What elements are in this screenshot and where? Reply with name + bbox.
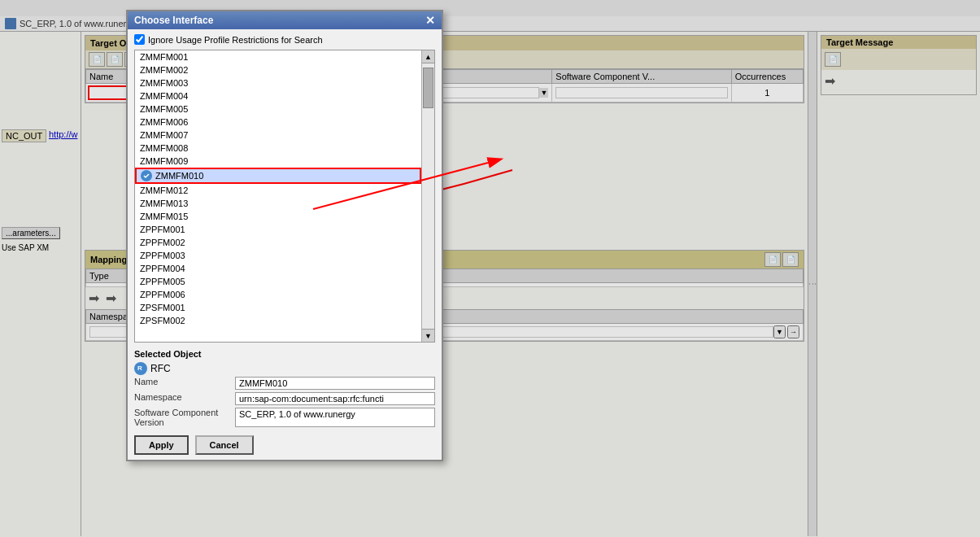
item-label: ZMMFM002 (140, 65, 188, 75)
item-label: ZPPFM001 (140, 225, 185, 234)
list-item[interactable]: ZPPFM002 (135, 236, 421, 249)
ignore-restrictions-checkbox[interactable] (134, 34, 145, 45)
list-item[interactable]: ZPPFM004 (135, 262, 421, 275)
dialog-titlebar: Choose Interface ✕ (128, 11, 442, 29)
list-item[interactable]: ZMMFM009 (135, 155, 421, 168)
item-label: ZMMFM007 (140, 130, 188, 140)
list-item[interactable]: ZMMFM012 (135, 184, 421, 197)
item-label: ZMMFM009 (140, 156, 188, 166)
checkbox-label: Ignore Usage Profile Restrictions for Se… (148, 35, 323, 45)
item-label: ZMMFM015 (140, 212, 188, 221)
selected-list-item[interactable]: ZMMFM010 (135, 168, 421, 184)
list-item[interactable]: ZPPFM001 (135, 223, 421, 236)
list-items-area: ZMMFM001 ZMMFM002 ZMMFM003 ZMMFM004 ZMMF… (135, 50, 421, 342)
selected-obj-type: RFC (150, 363, 171, 374)
interface-list-container: ZMMFM001 ZMMFM002 ZMMFM003 ZMMFM004 ZMMF… (134, 50, 435, 343)
list-item[interactable]: ZMMFM013 (135, 197, 421, 210)
list-scrollbar[interactable]: ▲ ▼ (421, 50, 434, 342)
name-field-row: Name ZMMFM010 (134, 377, 435, 390)
selected-object-title: Selected Object (134, 349, 435, 359)
scv-field-label: Software Component Version (134, 408, 232, 427)
dialog-body: Ignore Usage Profile Restrictions for Se… (128, 29, 442, 460)
selected-object-type-row: R RFC (134, 362, 435, 375)
list-item[interactable]: ZMMFM003 (135, 76, 421, 90)
list-item[interactable]: ZMMFM001 (135, 50, 421, 63)
list-item[interactable]: ZMMFM007 (135, 129, 421, 142)
selected-item-icon (141, 170, 152, 181)
list-item[interactable]: ZMMFM008 (135, 142, 421, 155)
dialog-buttons: Apply Cancel (134, 432, 435, 455)
selected-obj-icon: R (134, 362, 147, 375)
item-label: ZMMFM001 (140, 52, 188, 62)
scroll-down-btn[interactable]: ▼ (422, 329, 434, 342)
cancel-button[interactable]: Cancel (195, 435, 254, 455)
item-label: ZPPFM004 (140, 264, 185, 273)
scv-field-value: SC_ERP, 1.0 of www.runergy (235, 408, 435, 427)
item-label: ZMMFM006 (140, 117, 188, 127)
svg-text:R: R (137, 365, 142, 372)
item-label: ZMMFM012 (140, 186, 188, 195)
list-item[interactable]: ZPSFM001 (135, 301, 421, 314)
name-field-value: ZMMFM010 (235, 377, 435, 390)
item-label: ZMMFM013 (140, 199, 188, 208)
item-label: ZPPFM003 (140, 251, 185, 260)
scroll-thumb[interactable] (423, 68, 433, 108)
item-label: ZMMFM003 (140, 78, 188, 88)
namespace-field-label: Namespace (134, 392, 232, 405)
list-item[interactable]: ZMMFM004 (135, 90, 421, 103)
list-item[interactable]: ZPPFM005 (135, 275, 421, 288)
list-item[interactable]: ZPSFM002 (135, 314, 421, 327)
scroll-track[interactable] (422, 63, 434, 329)
selected-item-label: ZMMFM010 (155, 171, 203, 181)
list-item[interactable]: ZMMFM005 (135, 103, 421, 116)
dialog-title: Choose Interface (134, 15, 213, 26)
list-item[interactable]: ZMMFM006 (135, 116, 421, 129)
item-label: ZMMFM008 (140, 143, 188, 153)
dialog-close-button[interactable]: ✕ (425, 15, 435, 26)
scroll-up-btn[interactable]: ▲ (422, 50, 434, 63)
namespace-field-value: urn:sap-com:document:sap:rfc:functi (235, 392, 435, 405)
apply-button[interactable]: Apply (134, 435, 189, 455)
checkbox-row: Ignore Usage Profile Restrictions for Se… (134, 34, 435, 45)
item-label: ZPPFM005 (140, 277, 185, 286)
choose-interface-dialog: Choose Interface ✕ Ignore Usage Profile … (126, 10, 443, 461)
selected-object-section: Selected Object R RFC Name ZMMFM010 Name… (134, 349, 435, 427)
list-item[interactable]: ZPPFM003 (135, 249, 421, 262)
name-field-label: Name (134, 377, 232, 390)
item-label: ZPSFM001 (140, 303, 185, 312)
item-label: ZPSFM002 (140, 316, 185, 325)
item-label: ZPPFM002 (140, 238, 185, 247)
list-item[interactable]: ZMMFM002 (135, 63, 421, 76)
item-label: ZMMFM004 (140, 91, 188, 101)
scv-field-row: Software Component Version SC_ERP, 1.0 o… (134, 408, 435, 427)
list-item[interactable]: ZMMFM015 (135, 210, 421, 223)
namespace-field-row: Namespace urn:sap-com:document:sap:rfc:f… (134, 392, 435, 405)
list-item[interactable]: ZPPFM006 (135, 288, 421, 301)
item-label: ZMMFM005 (140, 104, 188, 114)
item-label: ZPPFM006 (140, 290, 185, 299)
